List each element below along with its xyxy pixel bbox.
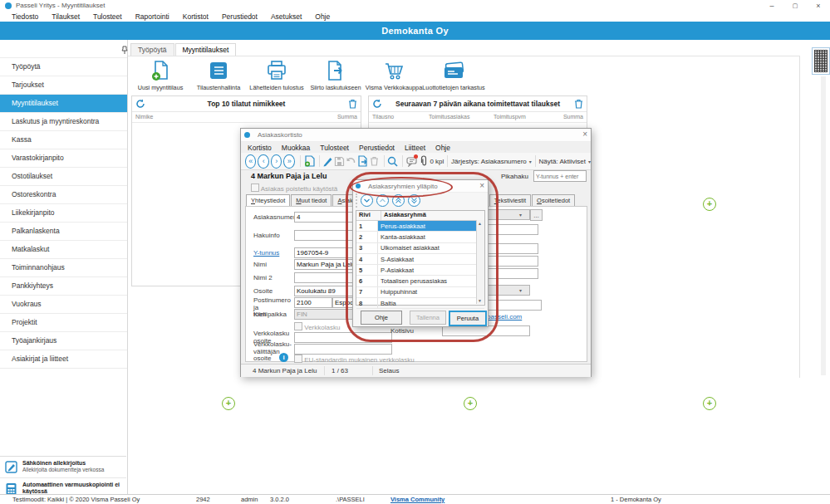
ytunnus-link-label[interactable]: Y-tunnus bbox=[253, 250, 279, 257]
minimize-button[interactable] bbox=[760, 0, 783, 11]
qr-widget[interactable] bbox=[812, 47, 830, 75]
grid-scrollbar[interactable]: ▲ ▼ bbox=[476, 220, 484, 304]
comments-icon[interactable] bbox=[406, 154, 418, 168]
group-row[interactable]: 1 Perus-asiakkaat bbox=[356, 221, 484, 232]
trash-icon[interactable] bbox=[344, 97, 361, 110]
sidebar-item[interactable]: Liikekirjanpito bbox=[0, 204, 127, 223]
move-up-icon[interactable] bbox=[376, 194, 389, 207]
sidebar-item[interactable]: Asiakirjat ja liitteet bbox=[0, 350, 127, 369]
refresh-icon[interactable] bbox=[132, 97, 149, 110]
verkkolasku-osoite-input[interactable] bbox=[294, 332, 392, 343]
group-row[interactable]: 5 P-Asiakkaat bbox=[356, 265, 484, 276]
last-record-button[interactable]: » bbox=[283, 154, 294, 169]
help-button[interactable]: Ohje bbox=[361, 311, 402, 325]
customer-tab[interactable]: Yhteystiedot bbox=[246, 194, 290, 207]
delete-record-icon[interactable] bbox=[369, 154, 379, 168]
tutorial-hotspot-icon[interactable] bbox=[703, 397, 716, 410]
move-down-icon[interactable] bbox=[361, 194, 373, 207]
sidebar-item[interactable]: Pankkiyhteys bbox=[0, 277, 127, 296]
move-bottom-icon[interactable] bbox=[408, 194, 420, 207]
sidebar-item[interactable]: Kassa bbox=[0, 131, 127, 149]
attachment-paperclip-icon[interactable] bbox=[419, 154, 429, 168]
menu-item[interactable]: Perustiedot bbox=[215, 12, 264, 21]
sidebar-item[interactable]: Vuokraus bbox=[0, 296, 127, 314]
customer-tab[interactable]: Tekstiviestit bbox=[489, 194, 531, 207]
sidebar-item[interactable]: Laskutus ja myyntireskontra bbox=[0, 113, 127, 131]
eu-standard-checkbox[interactable]: EU-standardin mukainen verkkolasku bbox=[294, 355, 415, 365]
tutorial-hotspot-icon[interactable] bbox=[222, 397, 235, 410]
maximize-button[interactable] bbox=[783, 0, 807, 11]
main-tab[interactable]: Myyntitilaukset bbox=[175, 43, 237, 56]
previous-record-button[interactable]: ‹ bbox=[258, 154, 268, 169]
menu-item[interactable]: Raportointi bbox=[129, 12, 176, 21]
info-icon[interactable]: i bbox=[279, 353, 288, 362]
first-record-button[interactable]: « bbox=[245, 154, 256, 169]
menu-item[interactable]: Ohje bbox=[430, 144, 455, 152]
close-icon[interactable]: × bbox=[582, 130, 587, 139]
sidebar-item[interactable]: Työpöytä bbox=[0, 58, 127, 76]
sidebar-item[interactable]: Tarjoukset bbox=[0, 76, 127, 95]
new-record-icon[interactable] bbox=[304, 154, 315, 168]
menu-item[interactable]: Perustiedot bbox=[354, 144, 400, 152]
menu-item[interactable]: Kortistot bbox=[176, 12, 215, 21]
menu-item[interactable]: Kortisto bbox=[243, 144, 277, 152]
postinumero-input[interactable] bbox=[294, 297, 332, 308]
autohide-pin-icon[interactable] bbox=[120, 45, 130, 56]
menu-item[interactable]: Tiedosto bbox=[5, 12, 45, 21]
deactivated-checkbox[interactable]: Asiakas poistettu käytöstä bbox=[251, 183, 337, 193]
move-top-icon[interactable] bbox=[392, 194, 405, 207]
sidebar-item[interactable]: Matkalaskut bbox=[0, 241, 127, 259]
sidebar-item[interactable]: Ostoreskontra bbox=[0, 186, 127, 204]
menu-item[interactable]: Tulosteet bbox=[315, 144, 354, 152]
show-filter-dropdown[interactable]: Näytä: Aktiiviset bbox=[539, 158, 586, 165]
scroll-up-icon[interactable]: ▲ bbox=[478, 221, 482, 226]
menu-item[interactable]: Ohje bbox=[308, 12, 336, 21]
menu-item[interactable]: Tilaukset bbox=[45, 12, 86, 21]
quick-search-input[interactable] bbox=[533, 170, 587, 182]
sidebar-item[interactable]: Varastokirjanpito bbox=[0, 149, 127, 168]
group-row[interactable]: 8 Baltia bbox=[356, 298, 484, 309]
menu-item[interactable]: Muokkaa bbox=[277, 144, 316, 152]
customer-tab[interactable]: Muut tiedot bbox=[291, 194, 332, 207]
sidebar-item[interactable]: Palkanlaskenta bbox=[0, 223, 127, 241]
notification-esign[interactable]: Sähköinen allekirjoitus Allekirjoita dok… bbox=[0, 457, 126, 478]
main-tab[interactable]: Työpöytä bbox=[130, 43, 174, 56]
scroll-down-icon[interactable]: ▼ bbox=[478, 298, 482, 303]
sort-dropdown[interactable]: Järjestys: Asiakasnumero bbox=[451, 158, 527, 165]
menu-item[interactable]: Liitteet bbox=[400, 144, 430, 152]
menu-item[interactable]: Tulosteet bbox=[86, 12, 129, 21]
sidebar-item[interactable]: Ostotilaukset bbox=[0, 168, 127, 186]
website-link[interactable]: passeli.com bbox=[487, 314, 522, 321]
tutorial-hotspot-icon[interactable] bbox=[464, 397, 477, 410]
valittaja-osoite-input[interactable] bbox=[294, 344, 392, 355]
group-row[interactable]: 2 Kanta-asiakkaat bbox=[356, 232, 484, 242]
refresh-icon[interactable] bbox=[369, 97, 386, 110]
group-row[interactable]: 7 Huippuhinnat bbox=[356, 287, 484, 298]
group-row[interactable]: 4 S-Asiakkaat bbox=[356, 254, 484, 265]
group-row[interactable]: 3 Ulkomaiset asiakkaat bbox=[356, 243, 484, 254]
close-button[interactable] bbox=[807, 0, 830, 11]
credit-check-button[interactable]: Luottotietojen tarkastus bbox=[410, 60, 497, 91]
sidebar-item[interactable]: Myyntitilaukset bbox=[0, 95, 127, 113]
customer-tab[interactable]: Osoitetiedot bbox=[532, 194, 575, 207]
content-scrollbar[interactable] bbox=[821, 76, 826, 375]
export-record-icon[interactable] bbox=[357, 154, 368, 168]
verkkolasku-checkbox[interactable]: Verkkolasku bbox=[294, 322, 340, 332]
trash-icon[interactable] bbox=[570, 97, 587, 110]
cancel-button[interactable]: Peruuta bbox=[449, 311, 487, 326]
edit-pen-icon[interactable] bbox=[322, 154, 333, 168]
group-row[interactable]: 6 Totaalisen perusasiakas bbox=[356, 276, 484, 286]
next-record-button[interactable]: › bbox=[271, 154, 282, 169]
menu-item[interactable]: Asetukset bbox=[264, 12, 308, 21]
search-icon[interactable] bbox=[387, 154, 398, 168]
sidebar-item[interactable]: Projektit bbox=[0, 314, 127, 332]
undo-icon[interactable] bbox=[346, 154, 356, 168]
visma-community-link[interactable]: Visma Community bbox=[390, 496, 444, 503]
sidebar-item[interactable]: Toiminnanohjaus bbox=[0, 259, 127, 277]
close-icon[interactable]: × bbox=[479, 181, 484, 190]
sidebar-item[interactable]: Työajankirjaus bbox=[0, 332, 127, 350]
save-button[interactable]: Tallenna bbox=[410, 311, 446, 325]
group-edit-button[interactable]: … bbox=[530, 209, 543, 221]
save-icon[interactable] bbox=[334, 154, 345, 168]
tutorial-hotspot-icon[interactable] bbox=[703, 198, 716, 211]
